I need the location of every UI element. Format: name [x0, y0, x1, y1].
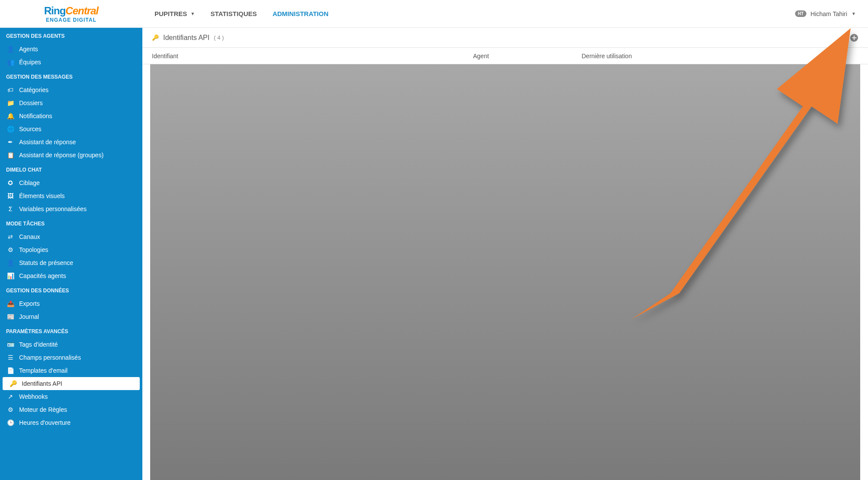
topnav: PUPITRES▼ STATISTIQUES ADMINISTRATION	[155, 10, 329, 17]
nav-categories[interactable]: 🏷Catégories	[0, 83, 142, 96]
sigma-icon: Σ	[6, 205, 15, 212]
logo-central: Central	[66, 5, 99, 17]
user-name: Hicham Tahiri	[811, 10, 848, 17]
nav-ciblage[interactable]: ✪Ciblage	[0, 176, 142, 189]
subheader-left: 🔑 Identifiants API ( 4 )	[152, 34, 224, 42]
nav-elements[interactable]: 🖼Élements visuels	[0, 189, 142, 202]
target-icon: ✪	[6, 179, 15, 186]
section-donnees: GESTION DES DONNÉES	[0, 282, 142, 297]
export-icon: 📤	[6, 300, 15, 307]
nav-dossiers[interactable]: 📁Dossiers	[0, 96, 142, 109]
exchange-icon: ⇄	[6, 233, 15, 240]
subheader: 🔑 Identifiants API ( 4 )	[142, 28, 868, 48]
nav-exports[interactable]: 📤Exports	[0, 297, 142, 310]
add-button[interactable]	[850, 33, 858, 42]
template-icon: 📄	[6, 367, 15, 374]
chevron-down-icon: ▼	[852, 11, 856, 16]
col-last-use: Dernière utilisation	[582, 53, 858, 60]
topbar: PUPITRES▼ STATISTIQUES ADMINISTRATION HT…	[142, 0, 868, 28]
pen-icon: ✒	[6, 139, 15, 146]
fields-icon: ☰	[6, 354, 15, 361]
journal-icon: 📰	[6, 313, 15, 320]
nav-assistant[interactable]: ✒Assistant de réponse	[0, 136, 142, 149]
nav-assistant-groupes[interactable]: 📋Assistant de réponse (groupes)	[0, 149, 142, 162]
nav-champs[interactable]: ☰Champs personnalisés	[0, 351, 142, 364]
list-icon: 📋	[6, 152, 15, 159]
col-identifiant: Identifiant	[152, 53, 473, 60]
section-agents: GESTION DES AGENTS	[0, 28, 142, 43]
plus-circle-icon	[850, 33, 858, 42]
section-chat: DIMELO CHAT	[0, 162, 142, 176]
globe-icon: 🌐	[6, 126, 15, 132]
capacity-icon: 📊	[6, 272, 15, 279]
main: PUPITRES▼ STATISTIQUES ADMINISTRATION HT…	[142, 0, 868, 480]
gear-icon: ⚙	[6, 406, 15, 413]
visual-icon: 🖼	[6, 192, 15, 199]
nav-capacites[interactable]: 📊Capacités agents	[0, 269, 142, 282]
logo-sub: ENGAGE DIGITAL	[46, 17, 96, 23]
tag-icon: 🏷	[6, 86, 15, 93]
nav-variables[interactable]: ΣVariables personnalisées	[0, 202, 142, 215]
section-messages: GESTION DES MESSAGES	[0, 69, 142, 83]
user-initials: HT	[795, 10, 806, 17]
chevron-down-icon: ▼	[191, 11, 195, 16]
nav-moteur[interactable]: ⚙Moteur de Règles	[0, 403, 142, 416]
nav-webhooks[interactable]: ↗Webhooks	[0, 390, 142, 403]
topology-icon: ⚙	[6, 246, 15, 253]
nav-journal[interactable]: 📰Journal	[0, 310, 142, 323]
nav-agents[interactable]: 👤Agents	[0, 43, 142, 56]
folder-icon: 📁	[6, 99, 15, 106]
table-body	[150, 64, 860, 480]
user-icon: 👤	[6, 46, 15, 53]
nav-tags[interactable]: 🪪Tags d'identité	[0, 338, 142, 351]
table-header: Identifiant Agent Dernière utilisation	[142, 48, 868, 64]
page-title: Identifiants API	[163, 34, 210, 42]
nav-canaux[interactable]: ⇄Canaux	[0, 230, 142, 243]
presence-icon: 👤	[6, 259, 15, 266]
key-icon: 🔑	[9, 380, 17, 387]
nav-notifications[interactable]: 🔔Notifications	[0, 109, 142, 122]
section-avances: PARAMÈTRES AVANCÉS	[0, 323, 142, 338]
bell-icon: 🔔	[6, 113, 15, 119]
nav-topologies[interactable]: ⚙Topologies	[0, 243, 142, 256]
logo: RingCentral ENGAGE DIGITAL	[0, 0, 142, 28]
nav-identifiants-api[interactable]: 🔑Identifiants API	[3, 377, 140, 390]
key-icon: 🔑	[152, 34, 159, 41]
team-icon: 👥	[6, 59, 15, 66]
nav-templates[interactable]: 📄Templates d'email	[0, 364, 142, 377]
logo-ring: Ring	[44, 5, 65, 17]
sidebar: RingCentral ENGAGE DIGITAL GESTION DES A…	[0, 0, 142, 480]
section-taches: MODE TÂCHES	[0, 215, 142, 230]
topnav-administration[interactable]: ADMINISTRATION	[273, 10, 329, 17]
topnav-statistiques[interactable]: STATISTIQUES	[210, 10, 257, 17]
topnav-pupitres[interactable]: PUPITRES▼	[155, 10, 195, 17]
clock-icon: 🕒	[6, 419, 15, 426]
nav-sources[interactable]: 🌐Sources	[0, 122, 142, 136]
id-icon: 🪪	[6, 341, 15, 348]
nav-equipes[interactable]: 👥Équipes	[0, 56, 142, 69]
share-icon: ↗	[6, 393, 15, 400]
page-count: ( 4 )	[214, 34, 224, 41]
col-agent: Agent	[473, 53, 582, 60]
nav-heures[interactable]: 🕒Heures d'ouverture	[0, 416, 142, 429]
user-menu[interactable]: HT Hicham Tahiri ▼	[795, 10, 856, 17]
nav-statuts[interactable]: 👤Statuts de présence	[0, 256, 142, 269]
